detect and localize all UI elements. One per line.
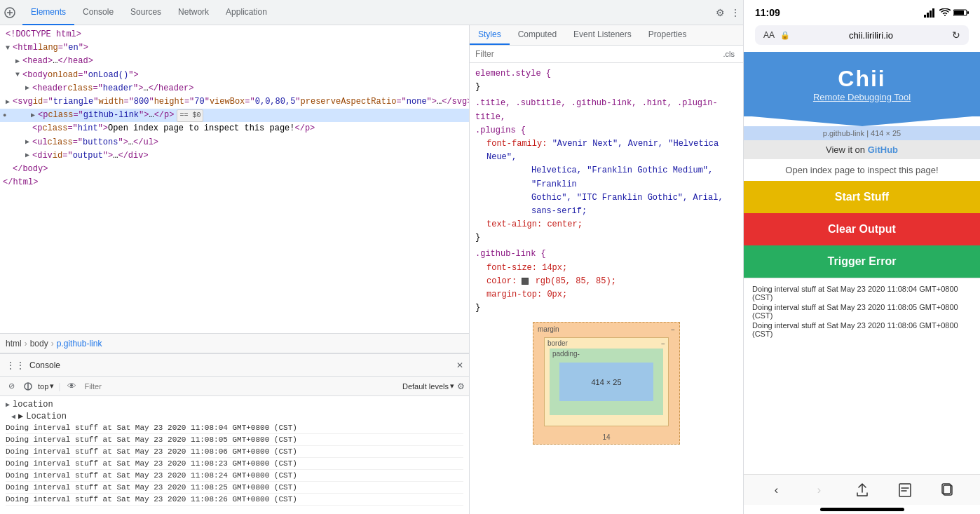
site-inspect-msg: Open index page to inspect this page! — [744, 159, 980, 181]
phone-bookmarks-button[interactable] — [892, 478, 918, 503]
console-group-location[interactable]: ▶ location — [6, 399, 463, 410]
html-line-header: ▶ <header class="header">…</header> — [0, 82, 469, 95]
site-btn-trigger[interactable]: Trigger Error — [744, 245, 980, 278]
box-margin-dash: – — [670, 325, 675, 334]
devtools-main: <!DOCTYPE html> ▼ <html lang="en"> ▶ <he… — [0, 25, 743, 514]
box-padding-label: padding- — [552, 350, 580, 358]
header-chevron — [744, 116, 980, 126]
console-settings-icon[interactable]: ⚙ — [457, 381, 465, 391]
phone-share-button[interactable] — [850, 478, 875, 503]
html-line-doctype: <!DOCTYPE html> — [0, 28, 469, 41]
html-line-head: ▶ <head>…</head> — [0, 55, 469, 68]
console-panel: ⋮⋮ Console ✕ ⊘ top ▾ | — [0, 353, 469, 514]
viewit-github-link[interactable]: GitHub — [868, 144, 898, 155]
expand-svg[interactable]: ▶ — [3, 97, 13, 107]
devtools-topbar: Elements Console Sources Network Applica… — [0, 0, 743, 25]
breadcrumb-html[interactable]: html — [6, 339, 22, 349]
phone-address-bar[interactable]: AA 🔒 chii.liriliri.io ↻ — [755, 25, 969, 45]
color-swatch-555[interactable] — [522, 278, 529, 285]
breadcrumb-p[interactable]: p.github-link — [57, 339, 102, 349]
console-title: Console — [29, 360, 60, 370]
cls-button[interactable]: .cls — [721, 48, 738, 60]
console-log-2: Doing interval stuff at Sat May 23 2020 … — [6, 446, 463, 458]
console-log-6: Doing interval stuff at Sat May 23 2020 … — [6, 494, 463, 506]
tab-properties[interactable]: Properties — [640, 25, 695, 45]
site-btn-clear[interactable]: Clear Output — [744, 213, 980, 245]
site-header: Chii Remote Debugging Tool — [744, 52, 980, 116]
expand-html[interactable]: ▼ — [3, 43, 13, 53]
expand-header[interactable]: ▶ — [22, 83, 32, 93]
phone-time: 11:09 — [755, 7, 780, 18]
battery-icon — [953, 8, 969, 17]
html-line-ul-buttons: ▶ <ul class="buttons">…</ul> — [0, 136, 469, 149]
settings-icon[interactable]: ⚙ — [716, 7, 725, 18]
level-select[interactable]: Default levels ▾ — [402, 381, 454, 391]
tab-application[interactable]: Application — [217, 0, 275, 25]
phone-tabs-button[interactable] — [935, 478, 960, 503]
phone-reload-icon[interactable]: ↻ — [952, 29, 960, 41]
console-eye-icon[interactable]: 👁 — [64, 379, 79, 393]
phone-aa-button[interactable]: AA — [763, 30, 775, 40]
html-line-svg: ▶ <svg id="triangle" width="800" height=… — [0, 95, 469, 109]
styles-content: element.style { } .title, .subtitle, .gi… — [470, 63, 743, 514]
site-viewit-link: View it on GitHub — [744, 140, 980, 159]
console-log-0: Doing interval stuff at Sat May 23 2020 … — [6, 422, 463, 434]
html-line-github-link[interactable]: ● ▶ <p class="github-link">…</p> == $0 — [0, 109, 469, 122]
phone-log-2: Doing interval stuff at Sat May 23 2020 … — [752, 320, 972, 339]
console-preserve-button[interactable] — [21, 379, 35, 393]
group-arrow-location-icon: ◀ — [11, 412, 15, 421]
expand-head[interactable]: ▶ — [13, 57, 22, 67]
box-dimensions: 414 × 25 — [591, 378, 621, 386]
phone-lock-icon: 🔒 — [780, 31, 790, 40]
expand-body[interactable]: ▼ — [13, 70, 22, 80]
address-bar-wrapper: AA 🔒 chii.liriliri.io ↻ — [744, 25, 980, 52]
group-arrow-icon: ▶ — [6, 400, 10, 409]
expand-ul[interactable]: ▶ — [22, 137, 32, 147]
html-view[interactable]: <!DOCTYPE html> ▼ <html lang="en"> ▶ <he… — [0, 25, 469, 333]
html-line-hint: <p class="hint">Open index page to inspe… — [0, 122, 469, 135]
expand-p-github[interactable]: ▶ — [28, 111, 38, 121]
svg-rect-3 — [924, 15, 926, 18]
console-group-Location[interactable]: ◀ ▶ Location — [6, 410, 463, 422]
tab-sources[interactable]: Sources — [122, 0, 170, 25]
phone-panel: 11:09 — [743, 0, 980, 514]
tab-styles[interactable]: Styles — [470, 25, 510, 45]
tab-event-listeners[interactable]: Event Listeners — [565, 25, 640, 45]
devtools-toolbar-icons: ⚙ ⋮ — [716, 7, 740, 18]
svg-marker-10 — [744, 116, 980, 126]
console-clear-button[interactable]: ⊘ — [4, 379, 18, 393]
phone-website: Chii Remote Debugging Tool p.github-link… — [744, 52, 980, 474]
styles-filter-input[interactable] — [475, 49, 721, 59]
box-model-container: margin – 14 border – — [470, 316, 743, 450]
devtools-logo-icon — [3, 6, 17, 20]
phone-log-0: Doing interval stuff at Sat May 23 2020 … — [752, 284, 972, 302]
site-btn-start[interactable]: Start Stuff — [744, 181, 980, 213]
box-margin-bottom: 14 — [602, 433, 610, 441]
phone-back-button[interactable]: ‹ — [764, 478, 789, 503]
context-select[interactable]: top ▾ — [38, 381, 54, 391]
tab-network[interactable]: Network — [170, 0, 217, 25]
phone-forward-button[interactable]: › — [807, 478, 832, 503]
console-content[interactable]: ▶ location ◀ ▶ Location Doing interval s… — [0, 396, 469, 514]
console-toolbar: ⊘ top ▾ | 👁 Default levels — [0, 377, 469, 396]
console-close-button[interactable]: ✕ — [456, 360, 463, 370]
tab-elements[interactable]: Elements — [22, 0, 74, 25]
expand-div[interactable]: ▶ — [22, 151, 32, 161]
svg-rect-6 — [932, 8, 934, 18]
site-subtitle[interactable]: Remote Debugging Tool — [755, 92, 969, 102]
phone-bottom-bar: ‹ › — [744, 474, 980, 505]
devtools-panel: Elements Console Sources Network Applica… — [0, 0, 743, 514]
elements-panel: <!DOCTYPE html> ▼ <html lang="en"> ▶ <he… — [0, 25, 470, 514]
style-rule-github-link: .github-link { font-size: 14px; color: r… — [470, 246, 743, 316]
console-log-3: Doing interval stuff at Sat May 23 2020 … — [6, 458, 463, 470]
breadcrumb-body[interactable]: body — [30, 339, 48, 349]
more-icon[interactable]: ⋮ — [730, 7, 740, 18]
tab-console[interactable]: Console — [74, 0, 122, 25]
tab-computed[interactable]: Computed — [510, 25, 565, 45]
console-filter-input[interactable] — [81, 382, 400, 391]
styles-panel: Styles Computed Event Listeners Properti… — [470, 25, 743, 514]
svg-rect-9 — [967, 11, 969, 14]
viewit-text: View it on — [826, 144, 868, 155]
html-line-div-output: ▶ <div id="output">…</div> — [0, 149, 469, 163]
group-location-label: location — [13, 400, 53, 410]
